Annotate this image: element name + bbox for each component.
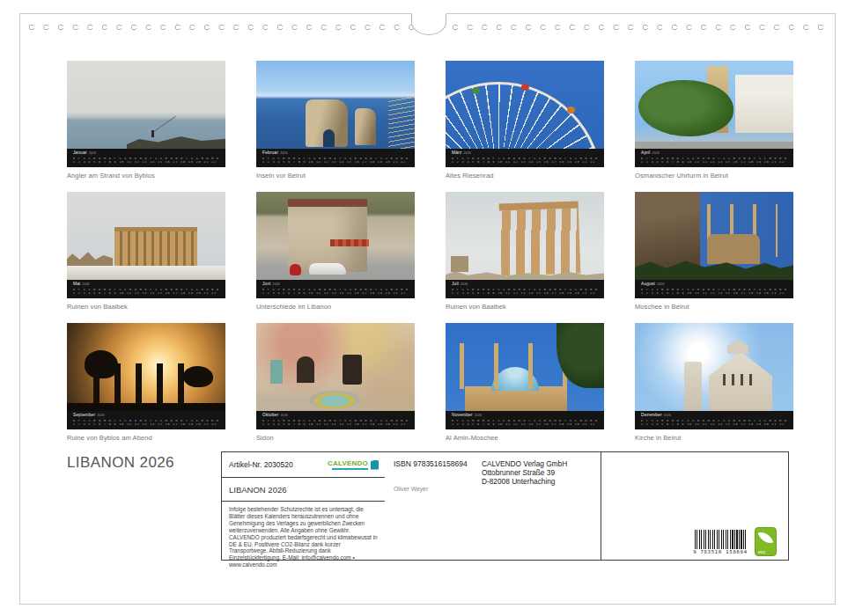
photo-december: Dezember2026 D F S S M D M D F S S M D M… <box>635 323 793 429</box>
mini-calendar-weekdays: D F S S M D M D F S S M D M D F S S M D … <box>641 289 787 292</box>
photo-shape <box>707 234 760 264</box>
photo-march: März2026 D F S S M D M D F S S M D M D F… <box>446 61 604 167</box>
mini-calendar-days: 1 2 3 4 5 6 7 8 9 10 11 12 13 14 15 16 1… <box>73 161 219 165</box>
mini-calendar-days: 1 2 3 4 5 6 7 8 9 10 11 12 13 14 15 16 1… <box>73 423 219 427</box>
mini-calendar-days: 1 2 3 4 5 6 7 8 9 10 11 12 13 14 15 16 1… <box>262 161 409 165</box>
mini-calendar-month: Oktober2026 <box>262 413 415 419</box>
mini-calendar-weekdays: D F S S M D M D F S S M D M D F S S M D … <box>262 420 409 423</box>
article-row: Artikel-Nr. 2030520 CALVENDO <box>222 452 386 478</box>
mini-calendar-days: 1 2 3 4 5 6 7 8 9 10 11 12 13 14 15 16 1… <box>452 423 598 427</box>
month-thumbnail: April2026 D F S S M D M D F S S M D M D … <box>635 61 793 180</box>
photo-shape <box>460 343 572 389</box>
mini-calendar: Juni2026 D F S S M D M D F S S M D M D F… <box>256 280 415 298</box>
month-caption: Ruine von Byblos am Abend <box>67 434 225 442</box>
article-info-box: Artikel-Nr. 2030520 CALVENDO LIBANON 202… <box>221 451 387 561</box>
barcode-bars <box>695 530 746 549</box>
photo-shape <box>288 199 367 272</box>
isbn-publisher-cell: ISBN 9783516158694 CALVENDO Verlag GmbH … <box>385 452 601 560</box>
month-thumbnail: Februar2026 D F S S M D M D F S S M D M … <box>256 61 415 180</box>
publisher-name: CALVENDO Verlag GmbH <box>482 459 567 468</box>
calvendo-icon <box>371 460 379 470</box>
photo-shape <box>114 227 197 267</box>
month-caption: Osmanischer Uhrturm in Beirut <box>635 172 793 180</box>
month-thumbnail: Mai2026 D F S S M D M D F S S M D M D F … <box>67 192 225 311</box>
month-thumbnail: Juli2026 D F S S M D M D F S S M D M D F… <box>446 192 604 311</box>
photo-shape <box>723 374 758 385</box>
photo-shape <box>309 391 360 409</box>
photo-shape <box>451 256 468 272</box>
photo-shape <box>323 129 335 147</box>
hanging-notch <box>411 13 446 35</box>
mini-calendar: Dezember2026 D F S S M D M D F S S M D M… <box>635 411 793 429</box>
mini-calendar-month: Mai2026 <box>73 282 225 288</box>
mini-calendar-days: 1 2 3 4 5 6 7 8 9 10 11 12 13 14 15 16 1… <box>262 423 409 427</box>
photo-january: Januar2026 D F S S M D M D F S S M D M D… <box>67 61 225 167</box>
photo-shape <box>330 239 369 246</box>
month-caption: Kirche in Beirut <box>635 434 793 442</box>
photo-shape <box>684 362 702 411</box>
mini-calendar: August2026 D F S S M D M D F S S M D M D… <box>635 280 793 298</box>
mini-calendar: November2026 D F S S M D M D F S S M D M… <box>446 411 604 429</box>
author-name: Oliver Weyer <box>394 486 428 492</box>
mini-calendar-weekdays: D F S S M D M D F S S M D M D F S S M D … <box>452 420 598 423</box>
eco-label: eco <box>758 549 765 554</box>
calvendo-wordmark: CALVENDO <box>328 460 368 467</box>
mini-calendar-month: Januar2026 <box>73 150 225 157</box>
photo-shape <box>153 116 175 132</box>
mini-calendar-days: 1 2 3 4 5 6 7 8 9 10 11 12 13 14 15 16 1… <box>452 161 598 165</box>
publisher-street: Ottobrunner Straße 39 <box>482 468 567 477</box>
mini-calendar-month: Juli2026 <box>452 282 604 288</box>
mini-calendar-month: November2026 <box>452 413 604 419</box>
photo-may: Mai2026 D F S S M D M D F S S M D M D F … <box>67 192 225 298</box>
mini-calendar-weekdays: D F S S M D M D F S S M D M D F S S M D … <box>641 420 787 423</box>
mini-calendar-month: Februar2026 <box>262 150 415 157</box>
article-number: Artikel-Nr. 2030520 <box>229 460 293 469</box>
ean-barcode: 9 783516 158694 <box>693 530 748 555</box>
mini-calendar-weekdays: D F S S M D M D F S S M D M D F S S M D … <box>73 420 219 423</box>
mini-calendar-month: April2026 <box>641 150 793 157</box>
publisher-city: D-82008 Unterhaching <box>482 477 567 486</box>
photo-july: Juli2026 D F S S M D M D F S S M D M D F… <box>446 192 604 298</box>
photo-october: Oktober2026 D F S S M D M D F S S M D M … <box>256 323 415 429</box>
month-caption: Inseln vor Beirut <box>256 172 415 180</box>
photo-shape <box>567 106 575 114</box>
month-thumbnail: Juni2026 D F S S M D M D F S S M D M D F… <box>256 192 415 311</box>
month-thumbnail: März2026 D F S S M D M D F S S M D M D F… <box>446 61 604 180</box>
mini-calendar-weekdays: D F S S M D M D F S S M D M D F S S M D … <box>73 158 219 161</box>
photo-shape <box>499 201 581 275</box>
photo-shape <box>183 366 213 387</box>
photo-shape <box>725 340 751 354</box>
photo-shape <box>521 84 529 91</box>
mini-calendar-days: 1 2 3 4 5 6 7 8 9 10 11 12 13 14 15 16 1… <box>262 292 409 296</box>
photo-shape <box>638 80 733 136</box>
mini-calendar-month: August2026 <box>641 282 793 288</box>
month-thumbnail: August2026 D F S S M D M D F S S M D M D… <box>635 192 793 311</box>
month-grid: Januar2026 D F S S M D M D F S S M D M D… <box>67 61 793 442</box>
mini-calendar-weekdays: D F S S M D M D F S S M D M D F S S M D … <box>262 158 409 161</box>
photo-shape <box>67 403 225 411</box>
leaf-icon <box>758 529 774 546</box>
mini-calendar-weekdays: D F S S M D M D F S S M D M D F S S M D … <box>452 158 598 161</box>
mini-calendar-month: Dezember2026 <box>641 413 793 419</box>
month-thumbnail: Dezember2026 D F S S M D M D F S S M D M… <box>635 323 793 442</box>
month-caption: Ruinen von Baalbek <box>67 303 225 311</box>
month-caption: Unterschiede im Libanon <box>256 303 415 311</box>
photo-shape <box>735 75 793 133</box>
photo-shape <box>290 264 301 275</box>
publisher-address: CALVENDO Verlag GmbH Ottobrunner Straße … <box>482 459 567 486</box>
photo-shape <box>127 131 225 149</box>
mini-calendar-days: 1 2 3 4 5 6 7 8 9 10 11 12 13 14 15 16 1… <box>641 423 787 427</box>
photo-shape <box>270 360 283 384</box>
photo-shape <box>635 142 793 149</box>
mini-calendar: Februar2026 D F S S M D M D F S S M D M … <box>256 149 415 167</box>
legal-text: Infolge bestehender Schutzrechte ist es … <box>222 502 386 573</box>
mini-calendar-weekdays: D F S S M D M D F S S M D M D F S S M D … <box>641 158 787 161</box>
mini-calendar-weekdays: D F S S M D M D F S S M D M D F S S M D … <box>262 289 409 292</box>
publisher-info-box: ISBN 9783516158694 CALVENDO Verlag GmbH … <box>385 451 789 561</box>
photo-shape <box>67 266 225 280</box>
isbn-number: ISBN 9783516158694 <box>394 459 468 468</box>
box-calendar-title: LIBANON 2026 <box>222 478 386 502</box>
mini-calendar: Juli2026 D F S S M D M D F S S M D M D F… <box>446 280 604 298</box>
mini-calendar: Oktober2026 D F S S M D M D F S S M D M … <box>256 411 415 429</box>
mini-calendar-weekdays: D F S S M D M D F S S M D M D F S S M D … <box>452 289 598 292</box>
